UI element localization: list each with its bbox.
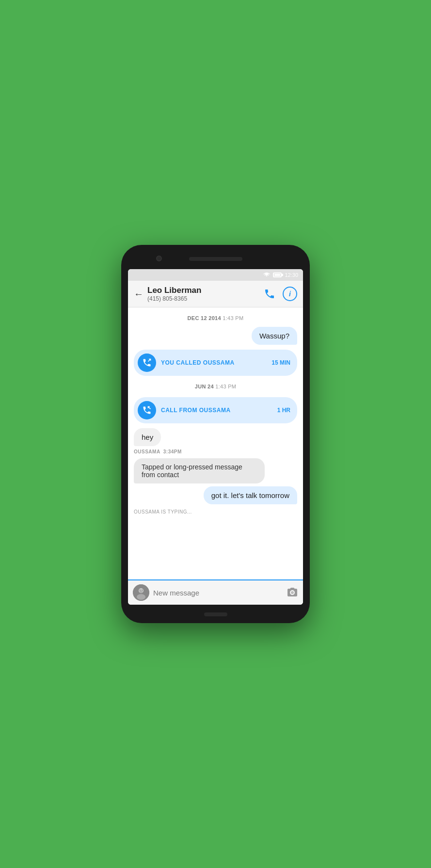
outgoing-call-label: YOU CALLED OUSSAMA — [161, 359, 267, 366]
svg-point-6 — [142, 590, 143, 591]
svg-point-5 — [140, 590, 141, 591]
contact-phone: (415) 805-8365 — [147, 295, 262, 302]
message-hey[interactable]: hey — [134, 428, 161, 446]
battery-icon — [273, 273, 282, 277]
call-incoming-icon — [138, 401, 156, 419]
call-outgoing-icon — [138, 354, 156, 372]
message-contact-tapped[interactable]: Tapped or long-pressed message from cont… — [134, 458, 265, 483]
info-button[interactable]: i — [283, 287, 297, 301]
contact-info: Leo Liberman (415) 805-8365 — [147, 286, 262, 302]
incoming-call-label: CALL FROM OUSSAMA — [161, 407, 272, 414]
status-bar: 12:30 — [128, 269, 303, 281]
wifi-icon — [263, 273, 270, 277]
camera-button[interactable] — [287, 587, 298, 599]
phone-camera — [156, 256, 162, 261]
conversation-header: ← Leo Liberman (415) 805-8365 i — [128, 281, 303, 307]
phone-speaker — [189, 257, 242, 261]
phone-device: 12:30 ← Leo Liberman (415) 805-8365 i — [121, 245, 310, 623]
header-icons: i — [262, 287, 297, 301]
message-text: hey — [142, 433, 153, 441]
outgoing-call-row[interactable]: YOU CALLED OUSSAMA 15 MIN — [134, 350, 297, 376]
contact-name: Leo Liberman — [147, 286, 262, 295]
incoming-call-row[interactable]: CALL FROM OUSSAMA 1 HR — [134, 397, 297, 423]
messages-area[interactable]: DEC 12 2014 1:43 PM Wassup? YOU CALLED O… — [128, 307, 303, 579]
back-button[interactable]: ← — [134, 289, 144, 299]
svg-point-3 — [139, 588, 144, 593]
avatar — [133, 584, 149, 601]
message-input-area — [128, 579, 303, 605]
home-button[interactable] — [204, 612, 227, 616]
timestamp-dec12: DEC 12 2014 1:43 PM — [134, 315, 297, 321]
message-text: got it. let's talk tomorrow — [211, 491, 289, 499]
call-button[interactable] — [262, 287, 277, 301]
svg-point-4 — [137, 594, 145, 600]
phone-screen: 12:30 ← Leo Liberman (415) 805-8365 i — [128, 269, 303, 605]
timestamp-jun24: JUN 24 1:43 PM — [134, 384, 297, 389]
status-time: 12:30 — [285, 272, 298, 278]
sender-label-oussama: OUSSAMA 3:34PM — [134, 449, 297, 454]
message-text: Wassup? — [259, 332, 289, 340]
message-text: Tapped or long-pressed message from cont… — [142, 463, 242, 479]
new-message-input[interactable] — [153, 589, 283, 597]
outgoing-call-duration: 15 MIN — [271, 359, 290, 366]
message-bubble-right[interactable]: Wassup? — [252, 327, 297, 345]
typing-indicator: OUSSAMA IS TYPING... — [134, 507, 297, 516]
message-got-it[interactable]: got it. let's talk tomorrow — [204, 486, 297, 504]
svg-point-7 — [291, 591, 294, 594]
incoming-call-duration: 1 HR — [277, 407, 290, 414]
